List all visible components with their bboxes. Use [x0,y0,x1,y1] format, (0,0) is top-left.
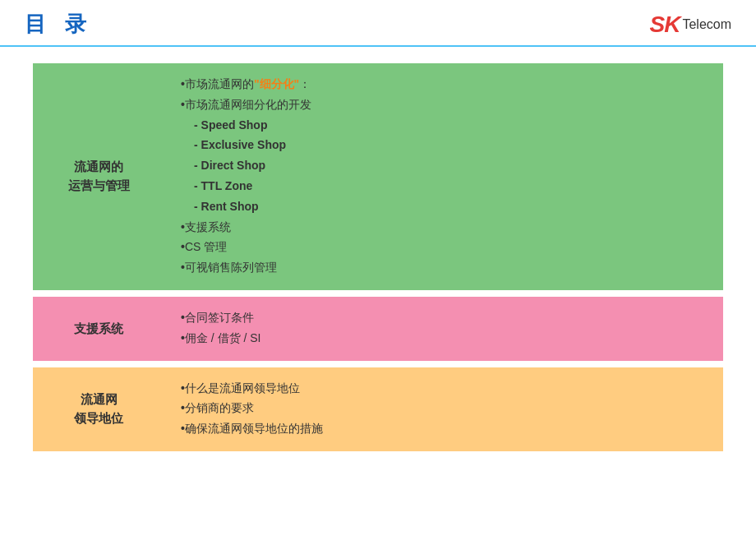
content-line: •分销商的要求 [181,399,707,418]
content-line: •CS 管理 [181,238,707,257]
content-line: - Rent Shop [181,197,707,217]
content-line: - Exclusive Shop [181,136,707,155]
content-line: •可视销售陈列管理 [181,258,707,278]
page-title: 目 录 [25,10,93,39]
row-pink-content: •合同签订条件•佣金 / 借货 / SI [164,297,723,361]
row-green: 流通网的运营与管理•市场流通网的"细分化"：•市场流通网细分化的开发- Spee… [33,63,723,290]
content-line: •市场流通网细分化的开发 [181,95,707,115]
row-green-content: •市场流通网的"细分化"：•市场流通网细分化的开发- Speed Shop- E… [164,63,723,290]
row-orange-content: •什么是流通网领导地位•分销商的要求•确保流通网领导地位的措施 [164,367,723,451]
logo-sk: SK [650,12,680,38]
content-line: •支援系统 [181,218,707,238]
header: 目 录 SK Telecom [0,0,756,47]
content-line: - Direct Shop [181,156,707,176]
content-line: •什么是流通网领导地位 [181,379,707,399]
main-content: 流通网的运营与管理•市场流通网的"细分化"：•市场流通网细分化的开发- Spee… [0,47,756,468]
content-line: •佣金 / 借货 / SI [181,329,707,349]
row-orange: 流通网领导地位•什么是流通网领导地位•分销商的要求•确保流通网领导地位的措施 [33,367,723,451]
content-line: - TTL Zone [181,177,707,196]
content-line: •合同签订条件 [181,308,707,328]
content-line: - Speed Shop [181,116,707,136]
logo-telecom: Telecom [682,17,731,32]
content-line: •确保流通网领导地位的措施 [181,419,707,439]
row-orange-label: 流通网领导地位 [33,367,164,451]
row-pink: 支援系统•合同签订条件•佣金 / 借货 / SI [33,297,723,361]
logo: SK Telecom [650,12,731,38]
row-green-label: 流通网的运营与管理 [33,63,164,290]
content-line: •市场流通网的"细分化"： [181,75,707,95]
row-pink-label: 支援系统 [33,297,164,361]
